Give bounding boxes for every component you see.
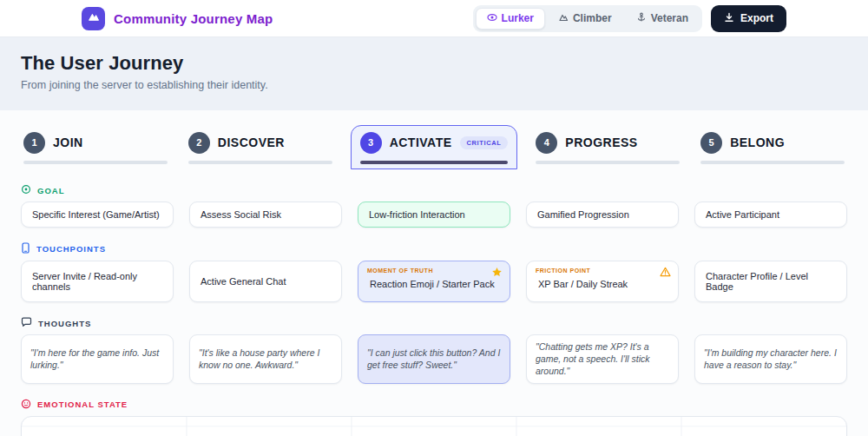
row-label-thoughts: THOUGHTS xyxy=(21,317,847,329)
stage-header-activate: 3 ACTIVATE CRITICAL xyxy=(351,125,518,169)
thought-card: "I'm building my character here. I have … xyxy=(694,334,847,384)
eye-icon xyxy=(487,12,497,25)
speech-bubble-icon xyxy=(21,317,32,329)
persona-tab-lurker[interactable]: Lurker xyxy=(476,8,545,30)
row-label-text: GOAL xyxy=(37,186,64,195)
mountain-icon xyxy=(87,10,101,27)
touchpoint-text: XP Bar / Daily Streak xyxy=(536,279,669,289)
row-label-emotional-state: EMOTIONAL STATE xyxy=(21,399,847,411)
warning-icon xyxy=(660,267,671,279)
row-label-text: THOUGHTS xyxy=(38,319,91,328)
persona-tab-climber[interactable]: Climber xyxy=(547,8,623,30)
stage-name: DISCOVER xyxy=(218,135,285,149)
app-header: Community Journey Map Lurker Climber xyxy=(0,0,868,37)
row-label-goal: GOAL xyxy=(21,184,847,196)
stage-progress-bar xyxy=(536,161,680,164)
page-title: Community Journey Map xyxy=(114,11,273,26)
target-icon xyxy=(21,184,31,196)
goal-card: Active Participant xyxy=(694,201,847,228)
stage-header-belong: 5 BELONG xyxy=(698,125,847,169)
app-logo xyxy=(82,7,105,30)
stage-header-join: 1 JOIN xyxy=(21,125,170,169)
anchor-icon xyxy=(636,12,647,25)
download-icon xyxy=(724,12,734,25)
goal-card-row: Specific Interest (Game/Artist) Assess S… xyxy=(0,201,868,228)
stage-name: PROGRESS xyxy=(565,135,637,149)
stage-header-discover: 2 DISCOVER xyxy=(186,125,335,169)
stage-header-row: 1 JOIN 2 DISCOVER 3 ACTIVATE CRITICAL 4 … xyxy=(0,125,868,169)
stage-name: ACTIVATE xyxy=(390,135,452,149)
touchpoint-card: Character Profile / Level Badge xyxy=(694,261,847,302)
stage-number-badge: 5 xyxy=(700,132,722,154)
hero-title: The User Journey xyxy=(21,52,847,75)
stage-progress-bar xyxy=(700,161,845,164)
stage-number-badge: 3 xyxy=(360,132,382,154)
stage-number-badge: 2 xyxy=(188,132,210,154)
thought-card-row: "I'm here for the game info. Just lurkin… xyxy=(0,334,868,384)
goal-card: Gamified Progression xyxy=(526,201,679,228)
goal-card: Assess Social Risk xyxy=(189,201,342,228)
persona-tab-label: Veteran xyxy=(651,12,688,24)
row-label-touchpoints: TOUCHPOINTS xyxy=(21,242,847,255)
stage-header-progress: 4 PROGRESS xyxy=(533,125,682,169)
emotion-line-chart: Neutral Neutral Neutral xyxy=(22,417,846,436)
row-label-text: EMOTIONAL STATE xyxy=(37,400,128,409)
touchpoint-card: Active General Chat xyxy=(189,261,342,302)
stage-number-badge: 1 xyxy=(23,132,45,154)
touchpoint-card-moment-of-truth: MOMENT OF TRUTH Reaction Emoji / Starter… xyxy=(358,261,510,302)
persona-tab-label: Lurker xyxy=(502,12,534,24)
emotional-state-chart: Neutral Neutral Neutral xyxy=(21,416,847,436)
row-label-text: TOUCHPOINTS xyxy=(36,244,106,254)
export-button-label: Export xyxy=(740,12,773,24)
smartphone-icon xyxy=(21,242,30,255)
thought-card-highlighted: "I can just click this button? And I get… xyxy=(358,334,510,384)
thought-card: "It's like a house party where I know no… xyxy=(189,334,342,384)
touchpoint-card-friction-point: FRICTION POINT XP Bar / Daily Streak xyxy=(526,261,679,302)
goal-card: Specific Interest (Game/Artist) xyxy=(21,201,174,228)
mountain-icon xyxy=(558,12,569,25)
star-icon xyxy=(491,267,503,280)
friction-point-tag: FRICTION POINT xyxy=(536,268,669,274)
hero-section: The User Journey From joining the server… xyxy=(0,37,868,110)
critical-badge: CRITICAL xyxy=(460,136,509,149)
export-button[interactable]: Export xyxy=(711,5,786,32)
persona-switcher: Lurker Climber Veteran xyxy=(473,5,702,32)
stage-number-badge: 4 xyxy=(536,132,557,154)
moment-of-truth-tag: MOMENT OF TRUTH xyxy=(367,268,501,274)
thought-card: "Chatting gets me XP? It's a game, not a… xyxy=(526,334,679,384)
touchpoint-card: Server Invite / Read-only channels xyxy=(21,261,174,302)
hero-subtitle: From joining the server to establishing … xyxy=(21,79,847,91)
stage-progress-bar xyxy=(188,161,332,164)
goal-card-highlighted: Low-friction Interaction xyxy=(358,201,510,228)
stage-progress-bar xyxy=(360,161,509,164)
smiley-icon xyxy=(21,399,31,411)
stage-progress-bar xyxy=(23,161,168,164)
touchpoint-card-row: Server Invite / Read-only channels Activ… xyxy=(0,261,868,302)
stage-name: JOIN xyxy=(53,135,83,149)
stage-name: BELONG xyxy=(730,135,785,149)
persona-tab-label: Climber xyxy=(573,12,612,24)
touchpoint-text: Reaction Emoji / Starter Pack xyxy=(367,279,501,289)
persona-tab-veteran[interactable]: Veteran xyxy=(625,8,700,30)
thought-card: "I'm here for the game info. Just lurkin… xyxy=(21,334,174,384)
